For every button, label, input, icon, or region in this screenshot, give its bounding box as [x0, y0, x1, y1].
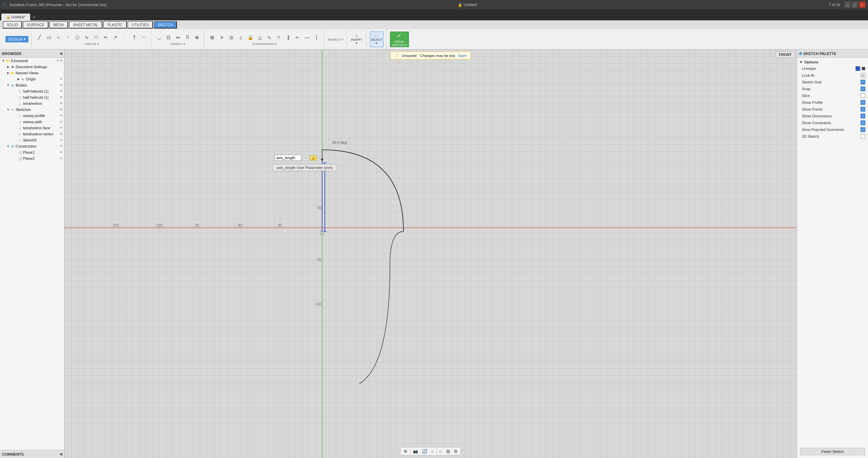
project-tool-button[interactable]: ⊕	[193, 33, 201, 42]
text-tool-button[interactable]: T	[130, 33, 139, 42]
expand-docsettings[interactable]: ▶	[6, 65, 10, 69]
maximize-button[interactable]: □	[852, 2, 858, 8]
home-view-button[interactable]: ⊕	[402, 448, 409, 454]
comments-expand-icon[interactable]: ◀	[59, 452, 62, 456]
offset-tool-button[interactable]: ⊡	[164, 33, 173, 42]
tree-item-docsettings[interactable]: ▶ ⚙ Document Settings	[0, 64, 64, 70]
concentric-button[interactable]: ◎	[227, 33, 236, 42]
expand-bodies[interactable]: ▼	[6, 83, 10, 87]
dimension-lock-button[interactable]: 🔒	[310, 155, 317, 160]
tree-item-halfhelicoid1[interactable]: ▶ ⬡ half-helicoid (1) 👁	[0, 88, 64, 94]
expand-origin[interactable]: ▶	[16, 77, 20, 81]
equal-button[interactable]: =	[274, 33, 283, 42]
mirror-tool-button[interactable]: ⇔	[174, 33, 182, 42]
tree-item-root[interactable]: ▼ 📁 (Unsaved) 👁 ⚙	[0, 58, 64, 64]
showconstraints-checkbox[interactable]	[861, 120, 865, 125]
tree-item-tetvertex[interactable]: ▶ ▱ tetrahedron vertex 👁	[0, 131, 64, 137]
horizontal-button[interactable]: —	[303, 33, 312, 42]
circle-tool-button[interactable]: ○	[54, 33, 63, 42]
minimize-button[interactable]: —	[844, 2, 850, 8]
showprojected-checkbox[interactable]	[861, 127, 865, 132]
fillet-tool-button[interactable]: ◡	[155, 33, 163, 42]
lookat-button[interactable]: ⊙	[861, 73, 865, 78]
eye-icon-tetvert[interactable]: 👁	[60, 132, 63, 136]
showpoints-checkbox[interactable]	[861, 107, 865, 112]
tree-item-plane2[interactable]: ▶ ⬜ Plane2 👁	[0, 155, 64, 161]
eye-icon-hh2[interactable]: 👁	[60, 96, 63, 99]
display-mode-button[interactable]: □	[438, 448, 443, 454]
poly-tool-button[interactable]: ⬡	[73, 33, 82, 42]
rect-tool-button[interactable]: ▭	[44, 33, 53, 42]
ellipse-tool-button[interactable]: ⬭	[92, 33, 101, 42]
environment-button[interactable]: ⊞	[453, 448, 459, 454]
eye-icon-origin[interactable]: 👁	[60, 77, 63, 81]
coincident-button[interactable]: ⊞	[208, 33, 217, 42]
showdimensions-checkbox[interactable]	[861, 114, 865, 118]
linetype-color-swatch[interactable]	[855, 66, 860, 71]
orbit-button[interactable]: 🔄	[421, 448, 429, 454]
doc-tab-active[interactable]: 🔒 Untitled*	[1, 14, 30, 20]
tree-item-sketch5[interactable]: ▶ ▱ Sketch5 👁	[0, 137, 64, 143]
tree-item-tetrahedron[interactable]: ▶ △ tetrahedron 👁	[0, 100, 64, 107]
tree-item-tetface[interactable]: ▶ ▱ tetrahedron face 👁	[0, 125, 64, 131]
sketchgrid-checkbox[interactable]	[861, 80, 865, 84]
fix-button[interactable]: 🔒	[246, 33, 255, 42]
expand-sketches[interactable]: ▼	[6, 108, 10, 112]
tree-item-sweeppath[interactable]: ▶ ▱ sweep path 👁	[0, 119, 64, 125]
tangent-button[interactable]: △	[255, 33, 264, 42]
eye-icon-sk5[interactable]: 👁	[60, 138, 63, 142]
eye-icon-hh1[interactable]: 👁	[60, 90, 63, 93]
extend-tool-button[interactable]: ↗	[111, 33, 120, 42]
smooth-button[interactable]: ∿	[265, 33, 274, 42]
tab-sketch[interactable]: SKETCH	[154, 21, 177, 28]
vertical-button[interactable]: |	[312, 33, 321, 42]
tree-item-construction[interactable]: ▼ ⊞ Construction 👁	[0, 143, 64, 149]
tab-sheet-metal[interactable]: SHEET METAL	[69, 21, 102, 28]
palette-options-header[interactable]: ▼ Options	[797, 59, 868, 65]
zoom-button[interactable]: ⌕	[430, 448, 435, 454]
showprofile-checkbox[interactable]	[861, 100, 865, 105]
tab-solid[interactable]: SOLID	[3, 21, 22, 28]
design-dropdown-button[interactable]: DESIGN ▾	[5, 36, 28, 42]
insert-button[interactable]: ⤵ INSERT ▾	[350, 32, 363, 47]
point-tool-button[interactable]: ·	[120, 33, 129, 42]
eye-icon-tet[interactable]: 👁	[60, 102, 63, 105]
parallel-button[interactable]: ∥	[284, 33, 293, 42]
tab-surface[interactable]: SURFACE	[23, 21, 48, 28]
select-button[interactable]: ⬚ SELECT ▾	[370, 32, 383, 47]
grid-button[interactable]: ▥	[445, 448, 451, 454]
tree-item-plane1[interactable]: ▶ ⬜ Plane1 👁	[0, 149, 64, 155]
expand-construction[interactable]: ▼	[6, 144, 10, 148]
tree-item-bodies[interactable]: ▼ ◈ Bodies 👁	[0, 82, 64, 88]
perpendicular-button[interactable]: ⊢	[293, 33, 302, 42]
more-create-button[interactable]: ⋯	[139, 33, 148, 42]
tree-item-sketches[interactable]: ▼ ✏ Sketches 👁	[0, 107, 64, 113]
tab-plastic[interactable]: PLASTIC	[103, 21, 127, 28]
new-tab-button[interactable]: +	[31, 14, 38, 20]
eye-icon-construction[interactable]: 👁	[60, 145, 63, 148]
eye-icon-sketches[interactable]: 👁	[60, 108, 63, 111]
collinear-button[interactable]: ≡	[217, 33, 226, 42]
slice-checkbox[interactable]	[861, 93, 865, 98]
gear-icon-root[interactable]: ⚙	[60, 59, 63, 62]
expand-namedviews[interactable]: ▶	[6, 71, 10, 75]
eye-icon-spath[interactable]: 👁	[60, 120, 63, 123]
tab-mesh[interactable]: MESH	[49, 21, 68, 28]
finish-sketch-panel-button[interactable]: Finish Sketch	[800, 448, 865, 455]
3dsketch-checkbox[interactable]	[861, 134, 865, 139]
spline-tool-button[interactable]: ∿	[82, 33, 91, 42]
tab-utilities[interactable]: UTILITIES	[127, 21, 153, 28]
arc-tool-button[interactable]: ◜	[63, 33, 72, 42]
camera-button[interactable]: 📷	[412, 448, 419, 454]
expand-root[interactable]: ▼	[1, 59, 5, 63]
tree-item-halfhelicoid2[interactable]: ▶ ⬡ half-helicoid (1) 👁	[0, 94, 64, 100]
viewport[interactable]: -175 -100 -75 -50 -25 50 -50 -100 ⚠	[64, 50, 797, 458]
save-link[interactable]: Save	[458, 54, 466, 58]
tree-item-origin[interactable]: ▶ ⊕ Origin 👁	[0, 76, 64, 82]
finish-sketch-ribbon-button[interactable]: ✓ FINISH SKETCH ▾	[390, 32, 409, 47]
eye-icon-pl2[interactable]: 👁	[60, 157, 63, 160]
midpoint-button[interactable]: ⊥	[236, 33, 245, 42]
line-tool-button[interactable]: ╱	[35, 33, 44, 42]
trim-tool-button[interactable]: ✂	[101, 33, 110, 42]
eye-icon-tetface[interactable]: 👁	[60, 126, 63, 130]
